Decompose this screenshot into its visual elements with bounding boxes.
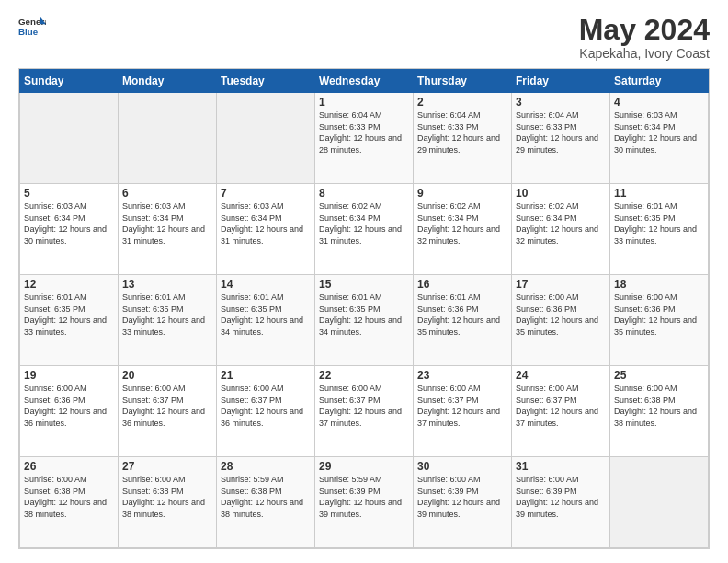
calendar-cell-4-0: 26Sunrise: 6:00 AM Sunset: 6:38 PM Dayli… [20, 457, 119, 548]
day-info-4: Sunrise: 6:03 AM Sunset: 6:34 PM Dayligh… [614, 109, 704, 155]
day-info-20: Sunrise: 6:00 AM Sunset: 6:37 PM Dayligh… [122, 383, 212, 429]
calendar-cell-3-2: 21Sunrise: 6:00 AM Sunset: 6:37 PM Dayli… [217, 366, 315, 457]
day-info-18: Sunrise: 6:00 AM Sunset: 6:36 PM Dayligh… [614, 292, 704, 338]
calendar-cell-3-4: 23Sunrise: 6:00 AM Sunset: 6:37 PM Dayli… [414, 366, 512, 457]
day-info-27: Sunrise: 6:00 AM Sunset: 6:38 PM Dayligh… [122, 474, 212, 520]
calendar-cell-4-4: 30Sunrise: 6:00 AM Sunset: 6:39 PM Dayli… [414, 457, 512, 548]
calendar-cell-4-3: 29Sunrise: 5:59 AM Sunset: 6:39 PM Dayli… [315, 457, 414, 548]
day-number-4: 4 [614, 96, 704, 109]
day-info-16: Sunrise: 6:01 AM Sunset: 6:36 PM Dayligh… [417, 292, 507, 338]
day-number-1: 1 [319, 96, 409, 109]
calendar-cell-2-5: 17Sunrise: 6:00 AM Sunset: 6:36 PM Dayli… [512, 275, 610, 366]
day-number-11: 11 [614, 187, 704, 200]
calendar-cell-1-2: 7Sunrise: 6:03 AM Sunset: 6:34 PM Daylig… [217, 184, 315, 275]
calendar-cell-3-0: 19Sunrise: 6:00 AM Sunset: 6:36 PM Dayli… [20, 366, 119, 457]
calendar-header-row: Sunday Monday Tuesday Wednesday Thursday… [20, 70, 709, 93]
day-info-5: Sunrise: 6:03 AM Sunset: 6:34 PM Dayligh… [24, 201, 114, 247]
calendar-cell-2-0: 12Sunrise: 6:01 AM Sunset: 6:35 PM Dayli… [20, 275, 119, 366]
day-info-17: Sunrise: 6:00 AM Sunset: 6:36 PM Dayligh… [516, 292, 606, 338]
day-info-21: Sunrise: 6:00 AM Sunset: 6:37 PM Dayligh… [221, 383, 311, 429]
calendar: Sunday Monday Tuesday Wednesday Thursday… [18, 68, 710, 549]
subtitle: Kapekaha, Ivory Coast [579, 46, 710, 61]
calendar-cell-2-2: 14Sunrise: 6:01 AM Sunset: 6:35 PM Dayli… [217, 275, 315, 366]
day-info-13: Sunrise: 6:01 AM Sunset: 6:35 PM Dayligh… [122, 292, 212, 338]
calendar-cell-4-5: 31Sunrise: 6:00 AM Sunset: 6:39 PM Dayli… [512, 457, 610, 548]
day-number-15: 15 [319, 278, 409, 291]
calendar-cell-2-3: 15Sunrise: 6:01 AM Sunset: 6:35 PM Dayli… [315, 275, 414, 366]
week-row-1: 5Sunrise: 6:03 AM Sunset: 6:34 PM Daylig… [20, 184, 709, 275]
day-number-10: 10 [516, 187, 606, 200]
day-info-24: Sunrise: 6:00 AM Sunset: 6:37 PM Dayligh… [516, 383, 606, 429]
day-info-26: Sunrise: 6:00 AM Sunset: 6:38 PM Dayligh… [24, 474, 114, 520]
day-info-23: Sunrise: 6:00 AM Sunset: 6:37 PM Dayligh… [417, 383, 507, 429]
header-tuesday: Tuesday [217, 70, 315, 93]
week-row-2: 12Sunrise: 6:01 AM Sunset: 6:35 PM Dayli… [20, 275, 709, 366]
day-info-10: Sunrise: 6:02 AM Sunset: 6:34 PM Dayligh… [516, 201, 606, 247]
day-info-8: Sunrise: 6:02 AM Sunset: 6:34 PM Dayligh… [319, 201, 409, 247]
day-number-21: 21 [221, 369, 311, 382]
day-number-8: 8 [319, 187, 409, 200]
calendar-cell-2-4: 16Sunrise: 6:01 AM Sunset: 6:36 PM Dayli… [414, 275, 512, 366]
calendar-cell-2-6: 18Sunrise: 6:00 AM Sunset: 6:36 PM Dayli… [610, 275, 709, 366]
day-number-22: 22 [319, 369, 409, 382]
day-number-12: 12 [24, 278, 114, 291]
logo-icon: General Blue [18, 14, 46, 41]
calendar-cell-1-3: 8Sunrise: 6:02 AM Sunset: 6:34 PM Daylig… [315, 184, 414, 275]
day-info-29: Sunrise: 5:59 AM Sunset: 6:39 PM Dayligh… [319, 474, 409, 520]
title-block: May 2024 Kapekaha, Ivory Coast [579, 14, 710, 61]
calendar-cell-1-5: 10Sunrise: 6:02 AM Sunset: 6:34 PM Dayli… [512, 184, 610, 275]
day-number-27: 27 [122, 460, 212, 473]
day-info-30: Sunrise: 6:00 AM Sunset: 6:39 PM Dayligh… [417, 474, 507, 520]
calendar-cell-1-4: 9Sunrise: 6:02 AM Sunset: 6:34 PM Daylig… [414, 184, 512, 275]
header-thursday: Thursday [414, 70, 512, 93]
calendar-cell-1-0: 5Sunrise: 6:03 AM Sunset: 6:34 PM Daylig… [20, 184, 119, 275]
day-number-28: 28 [221, 460, 311, 473]
calendar-cell-0-6: 4Sunrise: 6:03 AM Sunset: 6:34 PM Daylig… [610, 93, 709, 184]
day-number-26: 26 [24, 460, 114, 473]
day-info-31: Sunrise: 6:00 AM Sunset: 6:39 PM Dayligh… [516, 474, 606, 520]
day-number-13: 13 [122, 278, 212, 291]
calendar-cell-3-5: 24Sunrise: 6:00 AM Sunset: 6:37 PM Dayli… [512, 366, 610, 457]
day-info-1: Sunrise: 6:04 AM Sunset: 6:33 PM Dayligh… [319, 109, 409, 155]
day-number-6: 6 [122, 187, 212, 200]
calendar-cell-3-6: 25Sunrise: 6:00 AM Sunset: 6:38 PM Dayli… [610, 366, 709, 457]
calendar-cell-0-1 [119, 93, 217, 184]
day-info-14: Sunrise: 6:01 AM Sunset: 6:35 PM Dayligh… [221, 292, 311, 338]
page: General Blue May 2024 Kapekaha, Ivory Co… [0, 0, 728, 563]
day-number-3: 3 [516, 96, 606, 109]
day-info-28: Sunrise: 5:59 AM Sunset: 6:38 PM Dayligh… [221, 474, 311, 520]
day-number-17: 17 [516, 278, 606, 291]
day-number-16: 16 [417, 278, 507, 291]
calendar-cell-3-1: 20Sunrise: 6:00 AM Sunset: 6:37 PM Dayli… [119, 366, 217, 457]
day-info-6: Sunrise: 6:03 AM Sunset: 6:34 PM Dayligh… [122, 201, 212, 247]
day-number-18: 18 [614, 278, 704, 291]
day-info-2: Sunrise: 6:04 AM Sunset: 6:33 PM Dayligh… [417, 109, 507, 155]
day-info-19: Sunrise: 6:00 AM Sunset: 6:36 PM Dayligh… [24, 383, 114, 429]
day-number-20: 20 [122, 369, 212, 382]
day-number-9: 9 [417, 187, 507, 200]
calendar-cell-3-3: 22Sunrise: 6:00 AM Sunset: 6:37 PM Dayli… [315, 366, 414, 457]
header-monday: Monday [119, 70, 217, 93]
week-row-0: 1Sunrise: 6:04 AM Sunset: 6:33 PM Daylig… [20, 93, 709, 184]
week-row-3: 19Sunrise: 6:00 AM Sunset: 6:36 PM Dayli… [20, 366, 709, 457]
day-number-24: 24 [516, 369, 606, 382]
week-row-4: 26Sunrise: 6:00 AM Sunset: 6:38 PM Dayli… [20, 457, 709, 548]
calendar-cell-0-3: 1Sunrise: 6:04 AM Sunset: 6:33 PM Daylig… [315, 93, 414, 184]
day-info-11: Sunrise: 6:01 AM Sunset: 6:35 PM Dayligh… [614, 201, 704, 247]
calendar-cell-4-1: 27Sunrise: 6:00 AM Sunset: 6:38 PM Dayli… [119, 457, 217, 548]
calendar-cell-4-6 [610, 457, 709, 548]
day-number-29: 29 [319, 460, 409, 473]
day-number-14: 14 [221, 278, 311, 291]
header-sunday: Sunday [20, 70, 119, 93]
svg-text:Blue: Blue [18, 27, 39, 37]
calendar-cell-4-2: 28Sunrise: 5:59 AM Sunset: 6:38 PM Dayli… [217, 457, 315, 548]
day-number-5: 5 [24, 187, 114, 200]
day-number-25: 25 [614, 369, 704, 382]
header-saturday: Saturday [610, 70, 709, 93]
day-number-7: 7 [221, 187, 311, 200]
header-wednesday: Wednesday [315, 70, 414, 93]
day-number-31: 31 [516, 460, 606, 473]
calendar-cell-1-6: 11Sunrise: 6:01 AM Sunset: 6:35 PM Dayli… [610, 184, 709, 275]
calendar-cell-1-1: 6Sunrise: 6:03 AM Sunset: 6:34 PM Daylig… [119, 184, 217, 275]
day-info-3: Sunrise: 6:04 AM Sunset: 6:33 PM Dayligh… [516, 109, 606, 155]
